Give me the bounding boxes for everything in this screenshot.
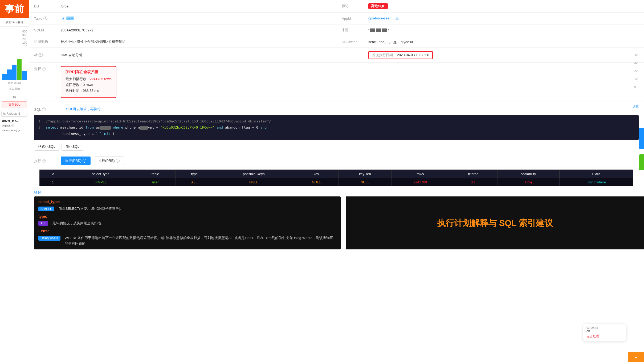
all-desc: 最坏的情况，从头到尾全表扫描. <box>52 221 102 226</box>
simplify-sql-button[interactable]: 简化SQL <box>62 143 83 151</box>
biaoji-info-row: 标记 高危SQL <box>336 0 644 13</box>
simple-badge: SIMPLE <box>38 207 54 211</box>
orange-bar-label: ▲ <box>634 355 638 359</box>
sidebar-danger-btn[interactable]: 高危SQL <box>2 101 27 108</box>
analysis-help-icon[interactable]: ? <box>42 67 46 71</box>
notif-text: on... <box>586 329 623 333</box>
chart-y-300: 300 <box>22 34 27 37</box>
th-possible-keys: possible_keys <box>213 170 294 178</box>
execution-label: 执行 ? <box>34 158 61 163</box>
analysis-exec-time: 执行时间：988.33 ms <box>66 88 112 93</box>
sqlid-info-row: SQLId 236AA2903E7C6272 <box>29 24 336 36</box>
chart-bar-1 <box>2 74 7 80</box>
extra-title: Extra: <box>38 229 336 233</box>
settings-link-wrapper: 设置 <box>632 104 639 109</box>
exec-prd-button[interactable]: 执行(PRD) ? <box>61 157 91 165</box>
dbowner-value: senc...nde,,...,...,g,...,g,yoe.lu <box>368 40 639 44</box>
appid-value: ops-force-sear..., 另. <box>368 16 639 21</box>
exec-pre-help-icon[interactable]: ? <box>116 159 120 163</box>
select-type-title: select_type: <box>38 200 336 204</box>
biaoji-label: 标记 <box>342 4 368 9</box>
org-value: 技术中心>增长中台部>营销组>司机营销组 <box>61 39 331 44</box>
chart-label: 业务风险 <box>0 86 29 92</box>
sqlid-value: 236AA2903E7C6272 <box>61 28 331 32</box>
appid-info-row: AppId ops-force-sear..., 另. <box>336 13 644 24</box>
right-y-axis: 40 30 20 10 0 <box>634 53 638 88</box>
orange-bar[interactable]: ▲ <box>628 352 644 362</box>
biaojiren-info-row: 标记人 DMS自动分析 <box>29 48 336 63</box>
table-label: Table ? <box>34 17 61 20</box>
exec-prd-help-icon[interactable]: ? <box>83 159 86 163</box>
analysis-return-value: 0 rows <box>83 83 93 87</box>
using-where-desc: WHERE条件用于筛选出与下一个表匹配的数据然后返回给客户端. 除非故意做的全表… <box>65 235 336 246</box>
big-annotation-text: 执行计划解释与 SQL 索引建议 <box>432 213 558 233</box>
org-info-row: 组织架构 技术中心>增长中台部>营销组>司机营销组 <box>29 36 336 48</box>
td-scalability: O(n) <box>498 178 559 186</box>
td-table: user <box>135 178 176 186</box>
execution-section: 执行 ? 执行(PRD) ? 执行(PRE) ? <box>29 153 644 167</box>
info-grid-row2: Table ? us 用户 AppId ops-force-sear..., 另… <box>29 13 644 24</box>
explain-table-wrapper: id select_type table type possible_keys … <box>29 170 644 186</box>
sql-line-1: 1 /*appId=ops-force-search-api&traceId=6… <box>38 118 634 124</box>
explain-header-row: id select_type table type possible_keys … <box>40 170 633 178</box>
blur-1 <box>370 28 375 32</box>
biaoji-badge: 高危SQL <box>368 3 388 9</box>
sql-help-icon[interactable]: ? <box>42 108 46 111</box>
analysis-box: [PRD]存在全表扫描 最大扫描行数：2241786 rows 返回行数：0 r… <box>61 66 116 98</box>
collapse-row[interactable]: 收起 <box>29 188 644 196</box>
exec-pre-button[interactable]: 执行(PRE) ? <box>94 157 124 165</box>
chart-bar-3 <box>12 65 17 80</box>
y-40: 40 <box>634 53 638 56</box>
simple-desc: 简单SELECT(不使用UNION或子查询等). <box>59 206 121 212</box>
explain-table-body: 1 SIMPLE user ALL NULL NULL NULL 2241769… <box>40 178 633 186</box>
big-annotation-panel: 执行计划解释与 SQL 索引建议 <box>346 196 644 249</box>
sql-edit-label[interactable]: SQL可以编辑，再执行 <box>61 105 106 114</box>
table-info-row: Table ? us 用户 <box>29 13 336 24</box>
first-exec-date: 首次执行日期 2023-04-03 19:38:36 <box>368 51 433 59</box>
th-key-len: key_len <box>339 170 392 178</box>
source-info-row: 来源 " " <box>336 24 644 36</box>
execution-help-icon[interactable]: ? <box>42 159 46 163</box>
explain-table: id select_type table type possible_keys … <box>39 170 633 186</box>
notif-action[interactable]: 点击处理 <box>586 334 623 339</box>
notif-time: 03 09:48 <box>586 326 623 329</box>
info-grid-row1: DB force 标记 高危SQL <box>29 0 644 13</box>
dbowner-label: DBOwner <box>342 40 368 44</box>
sql-editor[interactable]: 1 /*appId=ops-force-search-api&traceId=6… <box>34 115 639 140</box>
mini-chart <box>0 49 29 81</box>
th-extra: Extra <box>559 170 633 178</box>
td-key-len: NULL <box>339 178 392 186</box>
sidebar-subtitle: 最近14天各部 <box>0 18 29 27</box>
using-where-badge: Using where <box>38 236 60 241</box>
sql-line3: business_type = 1 limit 1 <box>46 131 115 137</box>
sidebar-date: 2023-04-02 <box>0 81 29 86</box>
sidebar-brand: 事前 <box>0 0 29 18</box>
analysis-exec-time-value: 988.33 ms <box>83 89 99 93</box>
table-help-icon[interactable]: ? <box>43 17 47 20</box>
sidebar-item-name[interactable]: driver_tas... <box>0 118 29 124</box>
detail-card: DB force 标记 高危SQL Table ? us 用户 <box>29 0 644 249</box>
td-possible-keys: NULL <box>213 178 294 186</box>
th-scalability: scalability <box>498 170 559 178</box>
sidebar-stats: 400 300 200 100 0 2023-04-02 业务风险 <box>0 27 29 94</box>
chart-y-100: 100 <box>22 41 27 44</box>
th-select-type: select_type <box>66 170 135 178</box>
format-sql-button[interactable]: 格式化SQL <box>34 143 59 151</box>
simple-row: SIMPLE 简单SELECT(不使用UNION或子查询等). <box>38 206 336 212</box>
sqlid-label: SQLId <box>34 28 61 32</box>
settings-link[interactable]: 设置 <box>632 104 639 108</box>
first-exec-label-text: 首次执行日期 <box>372 53 393 57</box>
explain-table-header: id select_type table type possible_keys … <box>40 170 633 178</box>
first-exec-value: 2023-04-03 19:38:36 <box>397 53 429 57</box>
notification-card: 03 09:48 on... 点击处理 <box>583 324 626 341</box>
sql-line2-pre: select merchant_id from us where phone_n… <box>46 124 267 130</box>
analysis-row: 分析 ? [PRD]存在全表扫描 最大扫描行数：2241786 rows 返回行… <box>29 63 644 101</box>
chart-bar-2 <box>7 69 12 80</box>
collapse-label: 收起 <box>34 190 41 194</box>
sidebar: 事前 最近14天各部 400 300 200 100 0 2023-04-02 … <box>0 0 29 362</box>
sqlid-search-input[interactable] <box>1 111 27 117</box>
analysis-max-rows: 最大扫描行数：2241786 rows <box>66 77 112 81</box>
explain-detail: select_type: SIMPLE 简单SELECT(不使用UNION或子查… <box>34 196 341 249</box>
biaojiren-label: 标记人 <box>34 53 61 57</box>
main-content: DB force 标记 高危SQL Table ? us 用户 <box>29 0 644 362</box>
